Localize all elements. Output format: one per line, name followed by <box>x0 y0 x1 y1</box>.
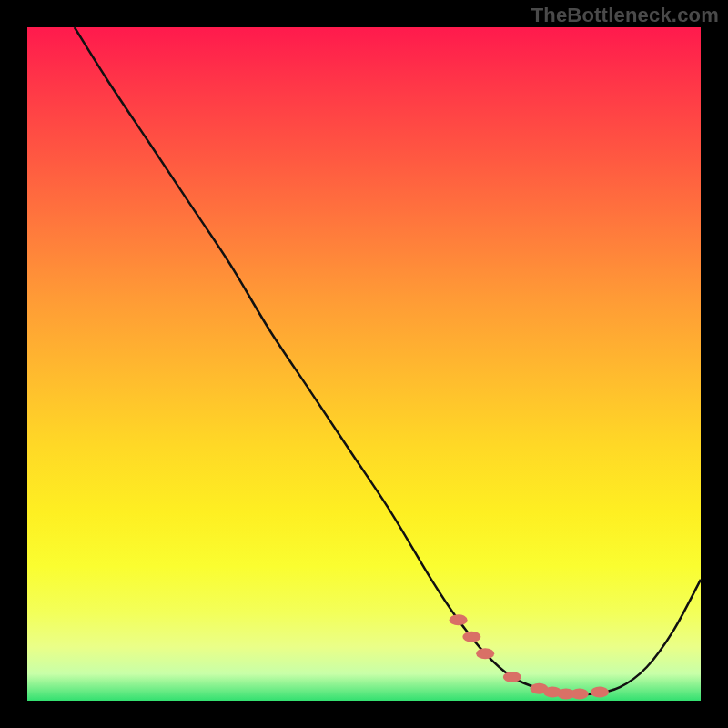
marker-point <box>450 614 468 625</box>
marker-point <box>571 689 589 700</box>
optimal-region-markers <box>450 614 609 699</box>
chart-frame: TheBottleneck.com <box>0 0 728 728</box>
marker-point <box>476 648 494 659</box>
watermark-text: TheBottleneck.com <box>531 4 719 27</box>
marker-point <box>503 672 521 682</box>
marker-point <box>591 686 609 697</box>
curve-layer <box>27 27 701 701</box>
bottleneck-curve <box>75 27 701 694</box>
plot-area <box>27 27 701 701</box>
marker-point <box>462 632 480 642</box>
